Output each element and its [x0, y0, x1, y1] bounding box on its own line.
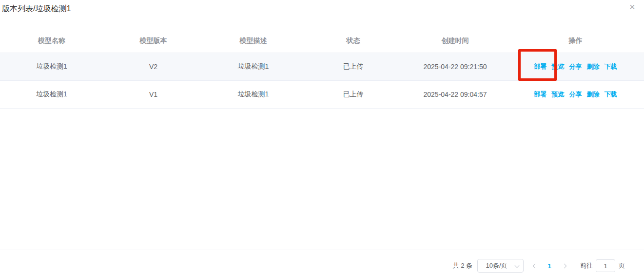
current-page-number[interactable]: 1 — [542, 259, 557, 273]
column-header-model-name: 模型名称 — [0, 29, 103, 53]
column-header-model-description: 模型描述 — [203, 29, 303, 53]
cell-status: 已上传 — [303, 80, 403, 108]
pagination-bar: 共 2 条 10条/页 1 前往 页 — [453, 259, 625, 273]
page-size-select[interactable]: 10条/页 — [477, 259, 524, 273]
page-unit-label: 页 — [619, 261, 625, 270]
cell-created-at: 2025-04-22 09:04:57 — [403, 80, 507, 108]
cell-model-version: V1 — [103, 80, 203, 108]
column-header-status: 状态 — [303, 29, 403, 53]
version-table: 模型名称 模型版本 模型描述 状态 创建时间 操作 垃圾检测1 V2 垃圾检测1… — [0, 29, 644, 109]
version-list-dialog: 版本列表/垃圾检测1 × 模型名称 模型版本 模型描述 状态 创建时间 操作 垃… — [0, 0, 644, 275]
close-icon[interactable]: × — [629, 2, 635, 12]
page-size-value: 10条/页 — [486, 261, 507, 270]
deploy-action-link[interactable]: 部署 — [534, 90, 547, 99]
chevron-right-icon — [562, 263, 566, 268]
cell-model-version: V2 — [103, 53, 203, 80]
pager: 1 — [527, 259, 571, 273]
next-page-button[interactable] — [557, 259, 571, 273]
page-title: 版本列表/垃圾检测1 — [2, 4, 71, 14]
cell-model-name: 垃圾检测1 — [0, 80, 103, 108]
chevron-down-icon — [515, 263, 520, 268]
cell-model-description: 垃圾检测1 — [203, 53, 303, 80]
total-count-label: 共 2 条 — [453, 261, 472, 270]
table-row: 垃圾检测1 V2 垃圾检测1 已上传 2025-04-22 09:21:50 部… — [0, 53, 644, 80]
cell-model-description: 垃圾检测1 — [203, 80, 303, 108]
table-row: 垃圾检测1 V1 垃圾检测1 已上传 2025-04-22 09:04:57 部… — [0, 80, 644, 108]
goto-page-input[interactable] — [596, 259, 615, 272]
cell-model-name: 垃圾检测1 — [0, 53, 103, 80]
download-action-link[interactable]: 下载 — [605, 90, 617, 99]
chevron-left-icon — [532, 263, 537, 268]
prev-page-button[interactable] — [527, 259, 542, 273]
deploy-action-link[interactable]: 部署 — [534, 62, 547, 71]
share-action-link[interactable]: 分享 — [569, 62, 582, 71]
column-header-created-at: 创建时间 — [403, 29, 507, 53]
footer-divider — [0, 250, 644, 250]
preview-action-link[interactable]: 预览 — [552, 62, 565, 71]
share-action-link[interactable]: 分享 — [569, 90, 582, 99]
cell-operations: 部署预览分享删除下载 — [507, 53, 644, 80]
column-header-model-version: 模型版本 — [103, 29, 203, 53]
cell-created-at: 2025-04-22 09:21:50 — [403, 53, 507, 80]
cell-operations: 部署预览分享删除下载 — [507, 80, 644, 108]
delete-action-link[interactable]: 删除 — [587, 90, 600, 99]
delete-action-link[interactable]: 删除 — [587, 62, 600, 71]
download-action-link[interactable]: 下载 — [605, 62, 617, 71]
cell-status: 已上传 — [303, 53, 403, 80]
column-header-operations: 操作 — [507, 29, 644, 53]
table-header-row: 模型名称 模型版本 模型描述 状态 创建时间 操作 — [0, 29, 644, 53]
goto-page-label: 前往 — [580, 261, 593, 270]
preview-action-link[interactable]: 预览 — [552, 90, 565, 99]
